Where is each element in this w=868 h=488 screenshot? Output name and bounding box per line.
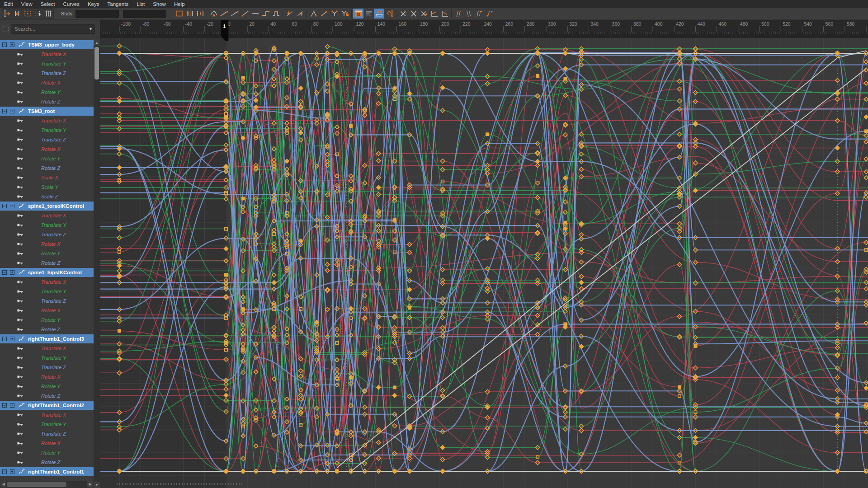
channel-row[interactable]: Translate Y	[0, 353, 94, 362]
keyframe[interactable]	[349, 376, 352, 379]
channel-row[interactable]: Scale Z	[0, 192, 94, 201]
keyframe[interactable]	[377, 52, 380, 55]
channel-group-header[interactable]: −+spine1_hipsIKControl	[0, 268, 94, 277]
collapse-icon[interactable]: −	[2, 42, 7, 47]
keyframe[interactable]	[242, 76, 245, 79]
channel-row[interactable]: Translate Y	[0, 59, 94, 68]
auto-tangent-button[interactable]: A	[208, 9, 219, 19]
keyframe[interactable]	[865, 130, 868, 132]
channel-row[interactable]: Rotate Z	[0, 163, 94, 173]
free-tangent-weight-button[interactable]	[329, 9, 340, 19]
value-ruler-button[interactable]	[384, 9, 395, 19]
menu-help[interactable]: Help	[170, 0, 189, 8]
buffer-curve-c-button[interactable]	[474, 9, 484, 19]
channel-row[interactable]: Translate Y	[0, 286, 94, 296]
filter-icon[interactable]	[0, 24, 11, 34]
channel-row[interactable]: Rotate X	[0, 239, 94, 249]
scroll-up-icon[interactable]: ▲	[94, 40, 100, 46]
keyframe[interactable]	[486, 133, 489, 136]
menu-show[interactable]: Show	[149, 0, 170, 8]
snap-buffer-curve-button[interactable]	[408, 9, 419, 19]
spline-tangent-button[interactable]	[219, 9, 229, 19]
break-tangents-button[interactable]	[308, 9, 319, 19]
channel-row[interactable]: Translate X	[0, 343, 94, 353]
keyframe[interactable]	[242, 197, 245, 200]
panel-resize-grip[interactable]	[117, 483, 243, 485]
value-snap-grid-button[interactable]	[363, 9, 374, 19]
menu-keys[interactable]: Keys	[84, 0, 104, 8]
channel-row[interactable]: Rotate Y	[0, 448, 94, 457]
linear-tangent-button[interactable]	[240, 9, 250, 19]
scroll-right-icon[interactable]: ▶	[87, 481, 93, 488]
keyframe[interactable]	[118, 329, 121, 332]
channel-row[interactable]: Translate Z	[0, 68, 94, 78]
expand-icon[interactable]: +	[10, 109, 14, 113]
channel-row[interactable]: Rotate Y	[0, 87, 94, 97]
channel-row[interactable]: Rotate X	[0, 305, 94, 315]
curve-graph-canvas[interactable]: -100-80-60-40-20020406080100120140160180…	[0, 0, 868, 488]
post-infinity-cycle-button[interactable]	[439, 9, 450, 19]
expand-icon[interactable]: +	[10, 42, 14, 47]
keyframe[interactable]	[242, 308, 245, 310]
channel-row[interactable]: Translate X	[0, 410, 94, 419]
channel-row[interactable]: Translate Y	[0, 419, 94, 429]
menu-list[interactable]: List	[132, 0, 149, 8]
frame-all-button[interactable]	[174, 9, 184, 19]
menu-tangents[interactable]: Tangents	[104, 0, 133, 8]
vertical-scroll-thumb[interactable]	[94, 47, 99, 80]
scroll-left-icon[interactable]: ◀	[0, 481, 6, 488]
channel-row[interactable]: Rotate Z	[0, 258, 94, 267]
expand-icon[interactable]: +	[10, 469, 14, 474]
channel-row[interactable]: Translate Z	[0, 429, 94, 438]
default-in-tangent-button[interactable]	[284, 9, 295, 19]
menu-curves[interactable]: Curves	[59, 0, 84, 8]
collapse-icon[interactable]: −	[2, 204, 7, 208]
channel-row[interactable]: Translate X	[0, 49, 94, 59]
search-input[interactable]	[11, 24, 95, 34]
channel-row[interactable]: Rotate X	[0, 78, 94, 87]
horizontal-scroll-thumb[interactable]	[7, 482, 66, 487]
channel-row[interactable]: Translate Y	[0, 220, 94, 230]
channel-row[interactable]: Rotate Z	[0, 324, 94, 334]
collapse-icon[interactable]: −	[2, 337, 7, 341]
channel-row[interactable]: Rotate Y	[0, 315, 94, 324]
buffer-curve-d-button[interactable]	[484, 9, 495, 19]
keyframe[interactable]	[678, 385, 681, 388]
region-select-keys-tool-button[interactable]	[33, 9, 43, 19]
channel-row[interactable]: Rotate Y	[0, 249, 94, 258]
channel-row[interactable]: Translate Y	[0, 125, 94, 135]
expand-icon[interactable]: +	[10, 204, 14, 208]
channel-group-header[interactable]: −+rightThumb1_Control2	[0, 401, 94, 410]
keyframe[interactable]	[564, 221, 566, 224]
buffer-curve-a-button[interactable]	[453, 9, 463, 19]
collapse-icon[interactable]: −	[2, 403, 7, 408]
scroll-down-icon[interactable]: ▼	[94, 482, 100, 488]
default-out-tangent-button[interactable]	[295, 9, 305, 19]
menu-select[interactable]: Select	[37, 0, 59, 8]
time-snap-button[interactable]	[353, 9, 363, 19]
keyframe[interactable]	[393, 386, 396, 389]
channel-group-header[interactable]: −+TSM3_root	[0, 107, 94, 116]
expand-icon[interactable]: +	[10, 270, 14, 275]
channel-group-header[interactable]: −+rightThumb1_Control3	[0, 334, 94, 343]
expand-icon[interactable]: +	[10, 337, 14, 341]
channel-row[interactable]: Translate Z	[0, 296, 94, 305]
channel-row[interactable]: Translate Z	[0, 230, 94, 239]
keyframe[interactable]	[536, 75, 539, 77]
expand-icon[interactable]: +	[10, 403, 14, 408]
retime-tool-button[interactable]	[43, 9, 53, 19]
keyframe[interactable]	[349, 125, 352, 127]
channel-row[interactable]: Rotate Y	[0, 154, 94, 163]
keyframe[interactable]	[225, 116, 227, 119]
channel-group-header[interactable]: −+spine1_torsoIKControl	[0, 202, 94, 211]
menu-edit[interactable]: Edit	[0, 0, 17, 8]
center-current-time-button[interactable]	[195, 9, 205, 19]
collapse-icon[interactable]: −	[2, 270, 7, 275]
insert-keys-tool-button[interactable]	[12, 9, 22, 19]
collapse-icon[interactable]: −	[2, 109, 7, 113]
unify-tangents-button[interactable]	[319, 9, 329, 19]
plateau-tangent-button[interactable]	[271, 9, 281, 19]
frame-playback-range-button[interactable]	[184, 9, 195, 19]
channel-row[interactable]: Translate X	[0, 277, 94, 286]
channel-row[interactable]: Translate Z	[0, 135, 94, 144]
